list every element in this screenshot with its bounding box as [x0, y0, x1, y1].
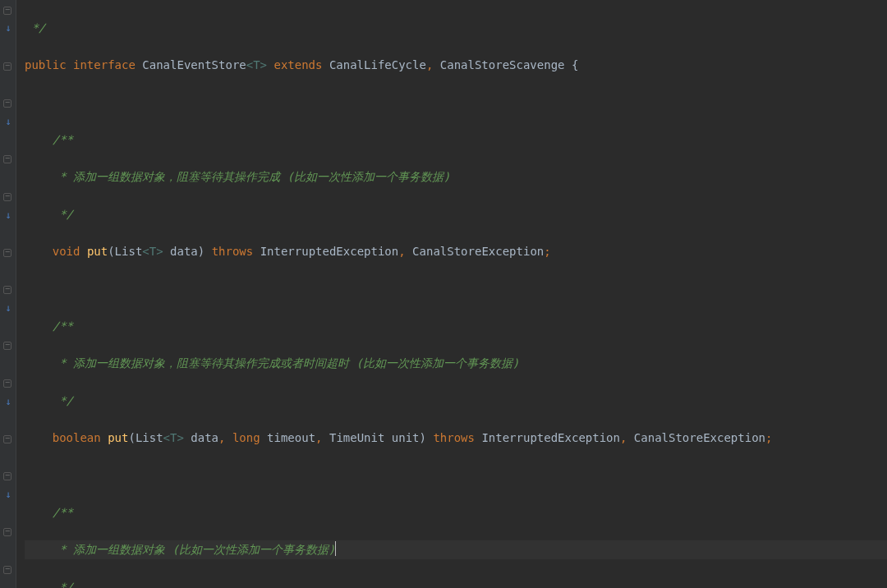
override-icon[interactable] [3, 211, 13, 219]
doc-body: * 添加一组数据对象，阻塞等待其操作完成 (比如一次性添加一个事务数据) [53, 170, 451, 183]
override-icon[interactable] [3, 490, 13, 498]
doc-body: * 添加一组数据对象 (比如一次性添加一个事务数据) [53, 543, 336, 556]
kw-boolean: boolean [53, 431, 108, 444]
type-param: <T> [246, 58, 274, 71]
doc-end: */ [53, 208, 73, 221]
method-put: put [108, 431, 128, 444]
doc-end: */ [53, 394, 73, 407]
fold-icon[interactable] [3, 62, 11, 71]
ex1: InterruptedException [260, 245, 399, 258]
fold-icon[interactable] [3, 286, 11, 294]
brace: { [572, 58, 578, 71]
override-icon[interactable] [3, 117, 13, 126]
current-line: * 添加一组数据对象 (比如一次性添加一个事务数据) [25, 540, 887, 559]
override-icon[interactable] [3, 304, 13, 312]
doc-end: */ [53, 581, 73, 588]
fold-icon[interactable] [3, 193, 11, 201]
param: (List [108, 245, 142, 258]
doc-start: /** [53, 319, 73, 333]
fold-icon[interactable] [3, 7, 11, 15]
kw-public: public [25, 58, 73, 71]
super2: CanalStoreScavenge [440, 58, 572, 71]
type-name: CanalEventStore [142, 58, 246, 71]
type-param: <T> [142, 245, 163, 258]
comment-end: */ [31, 21, 45, 34]
doc-body: * 添加一组数据对象，阻塞等待其操作完成或者时间超时 (比如一次性添加一个事务数… [53, 356, 520, 370]
fold-icon[interactable] [3, 99, 11, 108]
override-icon[interactable] [3, 397, 13, 406]
fold-icon[interactable] [3, 155, 11, 163]
code-editor[interactable]: */ public interface CanalEventStore<T> e… [16, 0, 887, 588]
fold-icon[interactable] [3, 435, 11, 443]
override-icon[interactable] [3, 24, 13, 32]
kw-void: void [53, 245, 87, 258]
doc-start: /** [53, 133, 73, 146]
fold-icon[interactable] [3, 472, 11, 480]
editor-gutter [0, 0, 16, 588]
text-caret [335, 541, 336, 556]
kw-interface: interface [73, 58, 142, 71]
ex2: CanalStoreException [412, 245, 544, 258]
kw-extends: extends [273, 58, 329, 71]
super1: CanalLifeCycle [329, 58, 426, 71]
fold-icon[interactable] [3, 528, 11, 536]
doc-start: /** [53, 506, 73, 519]
fold-icon[interactable] [3, 249, 11, 257]
fold-icon[interactable] [3, 566, 11, 574]
method-put: put [87, 245, 108, 258]
kw-throws: throws [212, 245, 260, 258]
comma: , [426, 58, 440, 71]
param2: data) [163, 245, 212, 258]
fold-icon[interactable] [3, 342, 11, 350]
fold-icon[interactable] [3, 379, 11, 388]
